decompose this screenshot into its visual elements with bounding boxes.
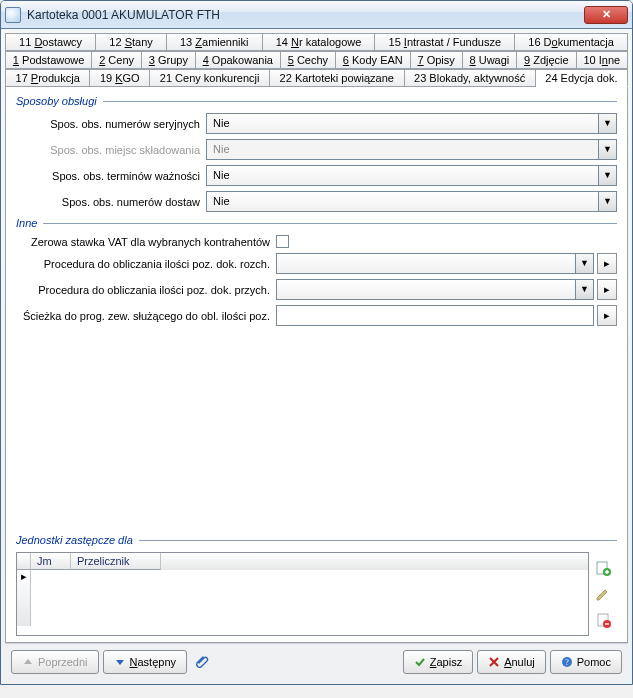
combo-dostaw[interactable]: Nie [206,191,599,212]
input-sciezka-prog[interactable] [276,305,594,326]
label-sciezka-prog: Ścieżka do prog. zew. służącego do obl. … [16,310,276,322]
attachment-icon[interactable] [191,650,215,674]
combo-terminy-btn[interactable]: ▼ [599,165,617,186]
label-spos-dostaw: Spos. obs. numerów dostaw [16,196,206,208]
tab[interactable]: 9 Zdjęcie [517,51,576,69]
browse-proc-przych[interactable]: ▸ [597,279,617,300]
group-sposoby-legend: Sposoby obsługi [16,95,97,107]
group-jednostki-legend: Jednostki zastępcze dla [16,534,133,546]
combo-dostaw-btn[interactable]: ▼ [599,191,617,212]
tab[interactable]: 5 Cechy [281,51,336,69]
combo-proc-przych-btn[interactable]: ▼ [576,279,594,300]
label-spos-seryjne: Spos. obs. numerów seryjnych [16,118,206,130]
col-przelicznik[interactable]: Przelicznik [71,553,161,570]
combo-miejsca-btn: ▼ [599,139,617,160]
tab[interactable]: 13 Zamienniki [167,33,263,51]
tab[interactable]: 6 Kody EAN [336,51,411,69]
tab[interactable]: 10 Inne [577,51,628,69]
col-jm[interactable]: Jm [31,553,71,570]
tab[interactable]: 7 Opisy [411,51,463,69]
browse-sciezka-prog[interactable]: ▸ [597,305,617,326]
combo-seryjne[interactable]: Nie [206,113,599,134]
tab[interactable]: 14 Nr katalogowe [263,33,376,51]
label-proc-przych: Procedura do obliczania ilości poz. dok.… [16,284,276,296]
prev-button[interactable]: Poprzedni [11,650,99,674]
arrow-down-icon [114,656,126,668]
tab-strip: 11 Dostawcy12 Stany13 Zamienniki14 Nr ka… [5,33,628,87]
row-marker: ▸ [17,570,31,626]
window-title: Kartoteka 0001 AKUMULATOR FTH [27,8,584,22]
x-icon [488,656,500,668]
combo-proc-przych[interactable] [276,279,576,300]
tab[interactable]: 22 Kartoteki powiązane [270,69,404,87]
next-button[interactable]: Następny [103,650,187,674]
tab[interactable]: 4 Opakowania [196,51,281,69]
help-button[interactable]: ? Pomoc [550,650,622,674]
label-zerowa-vat: Zerowa stawka VAT dla wybranych kontrahe… [16,236,276,248]
label-spos-terminy: Spos. obs. terminów ważności [16,170,206,182]
titlebar: Kartoteka 0001 AKUMULATOR FTH ✕ [1,1,632,29]
combo-proc-rozch[interactable] [276,253,576,274]
combo-seryjne-btn[interactable]: ▼ [599,113,617,134]
tab[interactable]: 12 Stany [96,33,167,51]
tab[interactable]: 19 KGO [90,69,150,87]
tab[interactable]: 15 Intrastat / Fundusze [375,33,515,51]
grid-add-icon[interactable] [595,560,611,576]
grid-edit-icon[interactable] [595,586,611,602]
tab[interactable]: 21 Ceny konkurencji [150,69,270,87]
combo-terminy[interactable]: Nie [206,165,599,186]
tab[interactable]: 23 Blokady, aktywność [405,69,536,87]
grid-jednostki[interactable]: Jm Przelicznik ▸ [16,552,589,636]
arrow-up-icon [22,656,34,668]
tab[interactable]: 1 Podstawowe [5,51,92,69]
grid-delete-icon[interactable] [595,612,611,628]
checkbox-zerowa-vat[interactable] [276,235,289,248]
tab[interactable]: 11 Dostawcy [5,33,96,51]
cancel-button[interactable]: Anuluj [477,650,546,674]
tab[interactable]: 3 Grupy [142,51,196,69]
save-button[interactable]: Zapisz [403,650,473,674]
combo-proc-rozch-btn[interactable]: ▼ [576,253,594,274]
tab[interactable]: 2 Ceny [92,51,142,69]
label-spos-miejsca: Spos. obs. miejsc składowania [16,144,206,156]
close-button[interactable]: ✕ [584,6,628,24]
check-icon [414,656,426,668]
combo-miejsca: Nie [206,139,599,160]
app-icon [5,7,21,23]
tab[interactable]: 24 Edycja dok. [536,69,628,87]
help-icon: ? [561,656,573,668]
tab[interactable]: 8 Uwagi [463,51,517,69]
group-inne-legend: Inne [16,217,37,229]
tab[interactable]: 16 Dokumentacja [515,33,628,51]
browse-proc-rozch[interactable]: ▸ [597,253,617,274]
svg-text:?: ? [565,658,569,667]
tab[interactable]: 17 Produkcja [5,69,90,87]
label-proc-rozch: Procedura do obliczania ilości poz. dok.… [16,258,276,270]
